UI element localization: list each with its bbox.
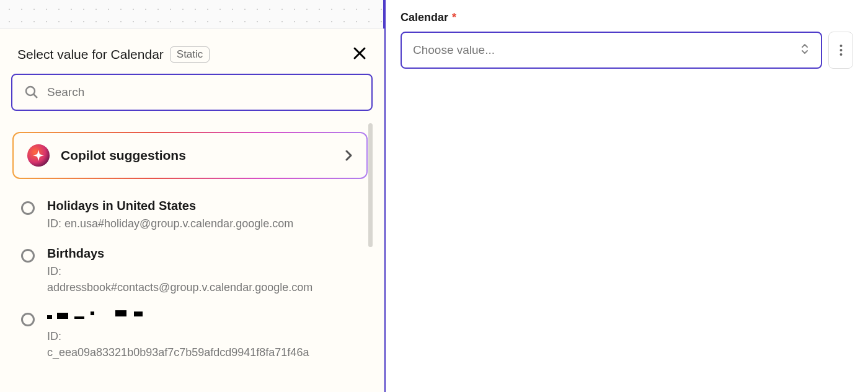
required-indicator: * (452, 11, 456, 24)
kebab-icon (839, 44, 843, 56)
field-more-button[interactable] (828, 32, 853, 69)
copilot-suggestions-card[interactable]: Copilot suggestions (12, 132, 368, 179)
chevron-right-icon (345, 149, 353, 162)
svg-point-1 (839, 49, 842, 51)
close-icon (353, 46, 366, 60)
svg-line-6 (33, 94, 37, 98)
option-id: ID: c_eea09a83321b0b93af7c7b59afdcd9941f… (47, 328, 359, 360)
dropdown-placeholder: Choose value... (413, 43, 495, 57)
calendar-option[interactable]: Birthdays ID: addressbook#contacts@group… (11, 240, 369, 304)
calendar-option[interactable]: Holidays in United States ID: en.usa#hol… (11, 193, 369, 240)
radio-unchecked-icon (21, 313, 35, 326)
close-button[interactable] (353, 46, 366, 63)
field-config-panel: Calendar * Choose value... (383, 0, 868, 392)
svg-point-2 (839, 53, 842, 56)
static-badge: Static (170, 46, 210, 63)
search-input[interactable] (47, 85, 359, 99)
option-id: ID: en.usa#holiday@group.v.calendar.goog… (47, 216, 359, 232)
option-id: ID: addressbook#contacts@group.v.calenda… (47, 263, 359, 295)
sparkle-icon (27, 144, 50, 167)
svg-point-0 (839, 45, 842, 47)
canvas-dots-background (0, 0, 384, 25)
calendar-option[interactable]: ID: c_eea09a83321b0b93af7c7b59afdcd9941f… (11, 304, 369, 369)
radio-unchecked-icon (21, 249, 35, 263)
scrollbar[interactable] (368, 123, 373, 247)
search-icon (25, 85, 38, 99)
svg-point-5 (26, 87, 35, 95)
radio-unchecked-icon (21, 201, 35, 215)
calendar-dropdown[interactable]: Choose value... (401, 32, 822, 69)
chevrons-up-down-icon (800, 43, 810, 58)
field-label-text: Calendar (401, 11, 448, 24)
value-picker-panel: Select value for Calendar Static Copilot… (0, 28, 384, 392)
field-label: Calendar * (401, 11, 853, 24)
search-input-wrapper[interactable] (11, 74, 373, 111)
options-list: Copilot suggestions Holidays in United S… (11, 121, 373, 381)
option-title: Holidays in United States (47, 199, 359, 213)
option-title: Birthdays (47, 246, 359, 261)
panel-title: Select value for Calendar (17, 47, 164, 62)
option-title-redacted (47, 310, 359, 326)
copilot-label: Copilot suggestions (61, 148, 334, 163)
